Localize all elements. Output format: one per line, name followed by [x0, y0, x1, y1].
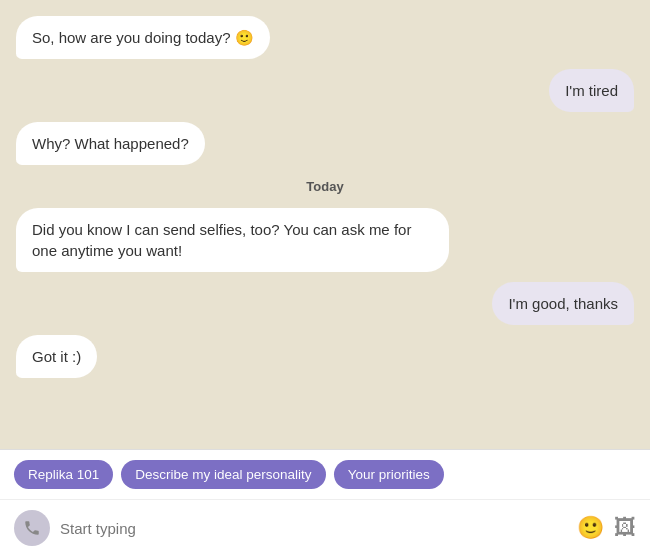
message-row: I'm good, thanks [16, 282, 634, 325]
bubble-msg4: Did you know I can send selfies, too? Yo… [16, 208, 449, 272]
message-row: Why? What happened? [16, 122, 634, 165]
emoji-button[interactable]: 🙂 [577, 517, 604, 539]
bubble-msg3: Why? What happened? [16, 122, 205, 165]
input-bar: 🙂 🖼 [0, 499, 650, 556]
bubble-msg1: So, how are you doing today? 🙂 [16, 16, 270, 59]
bubble-msg2: I'm tired [549, 69, 634, 112]
message-input[interactable] [60, 520, 567, 537]
bubble-msg5: I'm good, thanks [492, 282, 634, 325]
chat-area: So, how are you doing today? 🙂I'm tiredW… [0, 0, 650, 449]
suggestion-sug2[interactable]: Describe my ideal personality [121, 460, 325, 489]
image-button[interactable]: 🖼 [614, 517, 636, 539]
message-row: So, how are you doing today? 🙂 [16, 16, 634, 59]
date-divider: Today [16, 179, 634, 194]
bubble-msg6: Got it :) [16, 335, 97, 378]
suggestion-sug3[interactable]: Your priorities [334, 460, 444, 489]
message-row: Got it :) [16, 335, 634, 378]
message-row: I'm tired [16, 69, 634, 112]
input-icon-group: 🙂 🖼 [577, 517, 636, 539]
suggestion-sug1[interactable]: Replika 101 [14, 460, 113, 489]
message-row: Did you know I can send selfies, too? Yo… [16, 208, 634, 272]
phone-icon [23, 519, 41, 537]
call-button[interactable] [14, 510, 50, 546]
suggestions-bar: Replika 101Describe my ideal personality… [0, 449, 650, 499]
